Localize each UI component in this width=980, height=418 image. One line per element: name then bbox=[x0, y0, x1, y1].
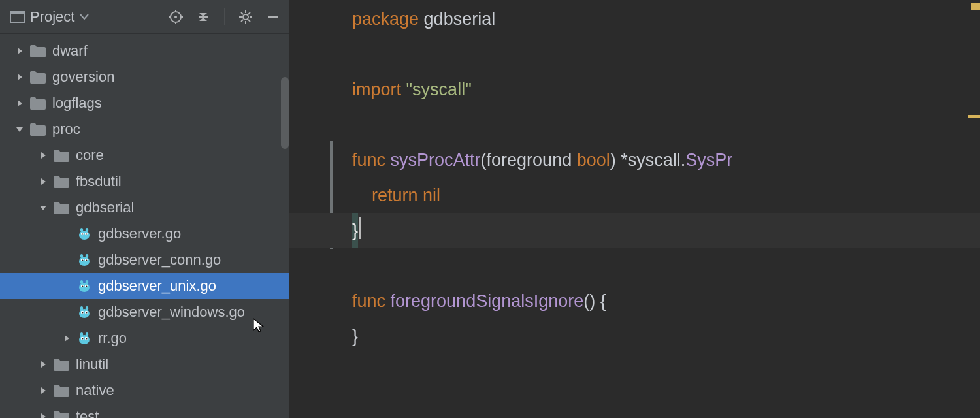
folder-icon bbox=[54, 149, 69, 162]
tree-file[interactable]: gdbserver_conn.go bbox=[0, 247, 289, 273]
svg-point-27 bbox=[80, 254, 83, 258]
tree-folder[interactable]: linutil bbox=[0, 351, 289, 378]
tree-item-label: core bbox=[76, 147, 104, 164]
folder-icon bbox=[54, 358, 69, 371]
tree-folder[interactable]: fbsdutil bbox=[0, 169, 289, 195]
code-editor[interactable]: package gdbserial import "syscall" func … bbox=[289, 0, 980, 418]
tree-item-label: gdbserver_unix.go bbox=[98, 278, 216, 295]
collapse-all-icon[interactable] bbox=[194, 8, 212, 26]
go-file-icon bbox=[77, 305, 91, 319]
tree-folder[interactable]: dwarf bbox=[0, 38, 289, 64]
folder-icon bbox=[54, 201, 69, 214]
keyword: func bbox=[352, 283, 391, 319]
gear-icon[interactable] bbox=[237, 8, 255, 26]
warning-marker[interactable] bbox=[971, 3, 980, 10]
brace: } bbox=[352, 319, 358, 354]
minimize-icon[interactable] bbox=[264, 8, 282, 26]
svg-point-19 bbox=[79, 231, 90, 240]
folder-icon bbox=[30, 71, 46, 84]
tree-folder[interactable]: goversion bbox=[0, 64, 289, 90]
svg-point-38 bbox=[82, 286, 84, 287]
text-caret bbox=[359, 217, 361, 239]
folder-icon bbox=[30, 44, 46, 57]
type: bool bbox=[577, 142, 610, 178]
go-file-icon bbox=[77, 253, 91, 267]
go-file-icon bbox=[77, 279, 91, 293]
tree-folder[interactable]: logflags bbox=[0, 90, 289, 116]
string-literal: "syscall" bbox=[406, 72, 472, 107]
warning-marker[interactable] bbox=[968, 115, 980, 118]
svg-point-49 bbox=[86, 332, 88, 336]
tree-file[interactable]: gdbserver_unix.go bbox=[0, 273, 289, 299]
folder-icon bbox=[30, 123, 46, 136]
keyword: return bbox=[372, 178, 423, 213]
tree-folder[interactable]: proc bbox=[0, 116, 289, 142]
svg-point-52 bbox=[82, 338, 84, 340]
svg-point-26 bbox=[79, 257, 90, 266]
scrollbar-thumb[interactable] bbox=[281, 77, 289, 149]
chevron-down-icon bbox=[80, 14, 89, 20]
go-file-icon bbox=[77, 227, 91, 241]
params: () { bbox=[583, 283, 606, 319]
svg-line-17 bbox=[248, 12, 250, 14]
svg-point-9 bbox=[243, 14, 248, 20]
go-file-icon bbox=[77, 331, 91, 346]
type-ref: SysPr bbox=[685, 142, 732, 178]
tree-folder[interactable]: core bbox=[0, 142, 289, 169]
svg-rect-1 bbox=[10, 11, 25, 14]
svg-point-35 bbox=[86, 280, 88, 284]
tree-file[interactable]: rr.go bbox=[0, 325, 289, 351]
svg-point-40 bbox=[79, 309, 90, 318]
svg-point-31 bbox=[82, 260, 84, 261]
tree-item-label: goversion bbox=[52, 69, 114, 86]
tree-file[interactable]: gdbserver.go bbox=[0, 221, 289, 247]
tree-folder[interactable]: gdbserial bbox=[0, 195, 289, 221]
tree-item-label: native bbox=[76, 382, 114, 399]
nil: nil bbox=[423, 178, 440, 213]
svg-point-32 bbox=[86, 260, 88, 261]
params: (foreground bbox=[481, 142, 577, 178]
brace: } bbox=[352, 213, 358, 248]
svg-point-53 bbox=[86, 338, 88, 340]
keyword: import bbox=[352, 72, 406, 107]
svg-point-24 bbox=[82, 234, 84, 235]
svg-point-41 bbox=[80, 306, 83, 310]
sidebar-header: Project bbox=[0, 0, 289, 34]
svg-point-48 bbox=[80, 332, 83, 336]
svg-point-20 bbox=[80, 228, 83, 232]
svg-point-47 bbox=[79, 335, 90, 344]
project-tree[interactable]: dwarfgoversionlogflagsproccorefbsdutilgd… bbox=[0, 34, 289, 418]
tree-item-label: rr.go bbox=[98, 330, 127, 347]
folder-icon bbox=[30, 97, 46, 110]
svg-point-3 bbox=[174, 16, 177, 18]
tree-item-label: linutil bbox=[76, 356, 108, 373]
tree-item-label: test bbox=[76, 408, 99, 418]
svg-point-45 bbox=[82, 312, 84, 314]
project-label: Project bbox=[30, 8, 74, 25]
project-sidebar: Project bbox=[0, 0, 289, 418]
editor-marker-strip[interactable] bbox=[968, 0, 980, 418]
svg-point-21 bbox=[86, 228, 88, 232]
locate-icon[interactable] bbox=[167, 8, 185, 26]
svg-point-39 bbox=[86, 286, 88, 287]
folder-icon bbox=[54, 384, 69, 397]
tree-folder[interactable]: test bbox=[0, 404, 289, 418]
func-name: sysProcAttr bbox=[391, 142, 481, 178]
tree-item-label: fbsdutil bbox=[76, 173, 122, 190]
keyword: package bbox=[352, 1, 424, 37]
svg-line-16 bbox=[241, 20, 243, 22]
tree-item-label: gdbserver.go bbox=[98, 225, 181, 242]
keyword: func bbox=[352, 142, 391, 178]
tree-file[interactable]: gdbserver_windows.go bbox=[0, 299, 289, 325]
tree-item-label: dwarf bbox=[52, 42, 88, 59]
svg-point-42 bbox=[86, 306, 88, 310]
project-view-dropdown[interactable]: Project bbox=[10, 8, 89, 25]
project-icon bbox=[10, 11, 25, 23]
svg-point-33 bbox=[79, 283, 90, 292]
svg-line-15 bbox=[248, 20, 250, 22]
tree-folder[interactable]: native bbox=[0, 378, 289, 404]
separator bbox=[224, 8, 225, 25]
svg-line-14 bbox=[241, 12, 243, 14]
identifier: gdbserial bbox=[424, 1, 496, 37]
svg-point-34 bbox=[80, 280, 83, 284]
